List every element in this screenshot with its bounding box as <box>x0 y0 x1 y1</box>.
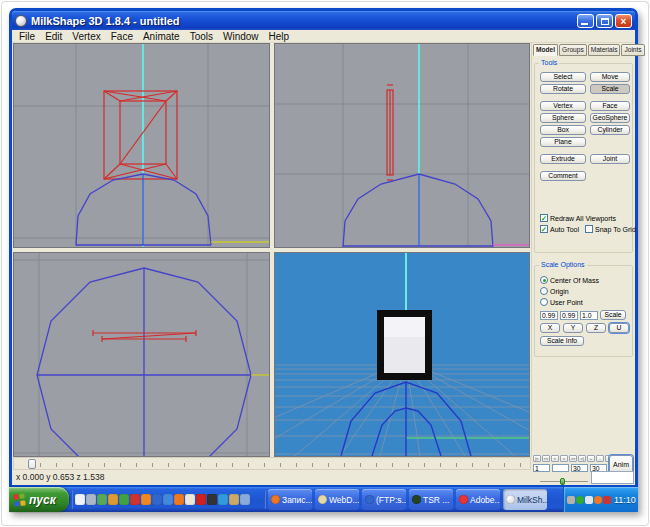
select-button[interactable]: Select <box>540 72 586 82</box>
scale-options-group: Scale Options Center Of Mass Origin U <box>534 265 633 357</box>
scale-apply-button[interactable]: Scale <box>600 310 626 320</box>
tools-group-label: Tools <box>539 59 559 66</box>
tab-model[interactable]: Model <box>533 44 558 56</box>
viewport-front[interactable] <box>13 43 270 248</box>
user-point-radio[interactable] <box>540 298 548 306</box>
move-button[interactable]: Move <box>590 72 630 82</box>
scale-x-input[interactable]: 0.99 <box>540 311 558 320</box>
menu-file[interactable]: File <box>14 31 40 42</box>
axis-y-button[interactable]: Y <box>563 323 583 333</box>
remove-keyframe-button[interactable]: - <box>596 455 604 462</box>
menu-animate[interactable]: Animate <box>138 31 185 42</box>
explorer-icon[interactable] <box>86 494 96 505</box>
tab-materials[interactable]: Materials <box>588 44 621 56</box>
extrude-button[interactable]: Extrude <box>540 154 586 164</box>
maximize-button[interactable] <box>596 14 613 28</box>
scale-info-button[interactable]: Scale Info <box>540 336 584 346</box>
flame-icon[interactable] <box>141 494 151 505</box>
speed-slider[interactable] <box>540 478 588 484</box>
scale-z-input[interactable]: 1.0 <box>580 311 598 320</box>
face-button[interactable]: Face <box>590 101 630 111</box>
viewport-side[interactable] <box>274 43 530 248</box>
prev-frame-button[interactable]: < <box>551 455 559 462</box>
globe-icon[interactable] <box>218 494 228 505</box>
close-button[interactable]: × <box>615 14 632 28</box>
last-frame-button[interactable]: >| <box>578 455 586 462</box>
menu-face[interactable]: Face <box>106 31 138 42</box>
target-icon[interactable] <box>130 494 140 505</box>
start-label: пуск <box>29 493 56 507</box>
task-milkshape[interactable]: MilkSh... <box>503 489 547 510</box>
start-button[interactable]: пуск <box>9 487 69 512</box>
comment-button[interactable]: Comment <box>540 171 586 181</box>
folder-icon[interactable] <box>108 494 118 505</box>
notepad-icon[interactable] <box>75 494 85 505</box>
mail-icon[interactable] <box>229 494 239 505</box>
windows-flag-icon <box>13 493 27 507</box>
cylinder-button[interactable]: Cylinder <box>590 125 630 135</box>
total-frames-field[interactable]: 30 <box>571 464 588 472</box>
snap-to-grid-checkbox[interactable] <box>585 225 593 233</box>
origin-radio[interactable] <box>540 287 548 295</box>
rotate-button[interactable]: Rotate <box>540 84 586 94</box>
leaf-icon[interactable] <box>119 494 129 505</box>
minimize-button[interactable] <box>577 14 594 28</box>
task-webdrive[interactable]: WebD... <box>315 489 359 510</box>
media-icon[interactable] <box>207 494 217 505</box>
axis-u-button[interactable]: U <box>609 323 629 333</box>
next-frame-button[interactable]: > <box>560 455 568 462</box>
picture-icon[interactable] <box>97 494 107 505</box>
sphere-button[interactable]: Sphere <box>540 113 586 123</box>
messenger-icon[interactable] <box>576 496 584 504</box>
task-tsr[interactable]: TSR ... <box>409 489 453 510</box>
keyframe-bar[interactable] <box>13 457 531 470</box>
viewport-top[interactable] <box>13 252 270 457</box>
milkshape-task-icon <box>506 495 515 504</box>
tab-joints[interactable]: Joints <box>621 44 644 56</box>
geosphere-button[interactable]: GeoSphere <box>590 113 630 123</box>
download-icon[interactable] <box>603 496 611 504</box>
menu-help[interactable]: Help <box>264 31 295 42</box>
protection-icon[interactable] <box>594 496 602 504</box>
opera-icon[interactable] <box>196 494 206 505</box>
box-button[interactable]: Box <box>540 125 586 135</box>
menu-edit[interactable]: Edit <box>40 31 67 42</box>
volume-icon[interactable] <box>585 496 593 504</box>
tab-groups[interactable]: Groups <box>559 44 587 56</box>
card-icon[interactable] <box>185 494 195 505</box>
menu-tools[interactable]: Tools <box>185 31 218 42</box>
frame-field-2[interactable] <box>552 464 569 472</box>
viewport-3d[interactable] <box>274 252 530 457</box>
redraw-all-viewports-label: Redraw All Viewports <box>550 215 616 222</box>
task-firefox[interactable]: Запис... <box>268 489 312 510</box>
axis-x-button[interactable]: X <box>540 323 560 333</box>
keyframe-slider-thumb[interactable] <box>28 459 36 469</box>
titlebar[interactable]: MilkShape 3D 1.8.4 - untitled × <box>12 11 635 30</box>
task-ftp[interactable]: (FTP:s... <box>362 489 406 510</box>
plane-button[interactable]: Plane <box>540 137 586 147</box>
vertex-button[interactable]: Vertex <box>540 101 586 111</box>
menu-window[interactable]: Window <box>218 31 264 42</box>
joint-button[interactable]: Joint <box>590 154 630 164</box>
scale-y-input[interactable]: 0.99 <box>560 311 578 320</box>
forward-button[interactable]: >> <box>569 455 577 462</box>
current-frame-field[interactable]: 1 <box>533 464 550 472</box>
speed-slider-thumb[interactable] <box>560 478 565 485</box>
center-of-mass-radio[interactable] <box>540 276 548 284</box>
redraw-all-viewports-checkbox[interactable]: ✓ <box>540 214 548 222</box>
network-icon[interactable] <box>567 496 575 504</box>
webdrive-task-icon <box>318 495 327 504</box>
app-blue-icon[interactable] <box>152 494 162 505</box>
auto-tool-checkbox[interactable]: ✓ <box>540 225 548 233</box>
scale-button[interactable]: Scale <box>590 84 630 94</box>
first-frame-button[interactable]: |< <box>533 455 541 462</box>
task-adobe[interactable]: Adobe... <box>456 489 500 510</box>
window-title: MilkShape 3D 1.8.4 - untitled <box>31 15 577 27</box>
axis-z-button[interactable]: Z <box>586 323 606 333</box>
panels-icon[interactable] <box>163 494 173 505</box>
firefox-icon[interactable] <box>174 494 184 505</box>
monitor-icon[interactable] <box>240 494 250 505</box>
rewind-button[interactable]: << <box>542 455 550 462</box>
menu-vertex[interactable]: Vertex <box>67 31 105 42</box>
add-keyframe-button[interactable]: + <box>587 455 595 462</box>
